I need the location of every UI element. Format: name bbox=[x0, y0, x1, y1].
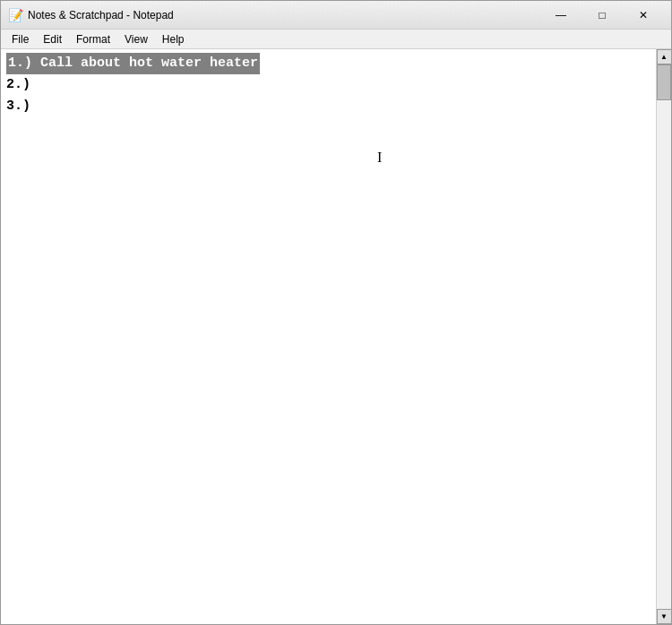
main-window: 📝 Notes & Scratchpad - Notepad — □ ✕ Fil… bbox=[0, 0, 672, 625]
title-bar: 📝 Notes & Scratchpad - Notepad — □ ✕ bbox=[1, 1, 671, 30]
menu-help[interactable]: Help bbox=[155, 30, 192, 48]
scroll-down-button[interactable]: ▼ bbox=[657, 609, 672, 624]
window-title: Notes & Scratchpad - Notepad bbox=[28, 9, 540, 21]
menu-file[interactable]: File bbox=[4, 30, 36, 48]
editor-line-3: 3.) bbox=[6, 96, 650, 117]
window-controls: — □ ✕ bbox=[540, 2, 664, 29]
i-beam-cursor: I bbox=[377, 150, 382, 165]
scrollbar-thumb[interactable] bbox=[657, 64, 671, 100]
editor-line-2: 2.) bbox=[6, 74, 650, 96]
menu-bar: File Edit Format View Help bbox=[1, 30, 671, 49]
app-icon: 📝 bbox=[8, 8, 22, 22]
maximize-button[interactable]: □ bbox=[582, 2, 623, 29]
selected-text: 1.) Call about hot water heater bbox=[6, 53, 260, 74]
editor-container: 1.) Call about hot water heater 2.) 3.) … bbox=[1, 49, 671, 624]
menu-format[interactable]: Format bbox=[69, 30, 117, 48]
menu-view[interactable]: View bbox=[117, 30, 155, 48]
text-cursor-area: I bbox=[377, 146, 382, 170]
editor-line-1: 1.) Call about hot water heater bbox=[6, 53, 650, 74]
scroll-up-button[interactable]: ▲ bbox=[657, 49, 672, 64]
close-button[interactable]: ✕ bbox=[623, 2, 664, 29]
scrollbar-track-area[interactable] bbox=[657, 64, 671, 609]
text-editor[interactable]: 1.) Call about hot water heater 2.) 3.) … bbox=[1, 49, 656, 624]
vertical-scrollbar: ▲ ▼ bbox=[656, 49, 671, 624]
menu-edit[interactable]: Edit bbox=[36, 30, 69, 48]
minimize-button[interactable]: — bbox=[540, 2, 582, 29]
